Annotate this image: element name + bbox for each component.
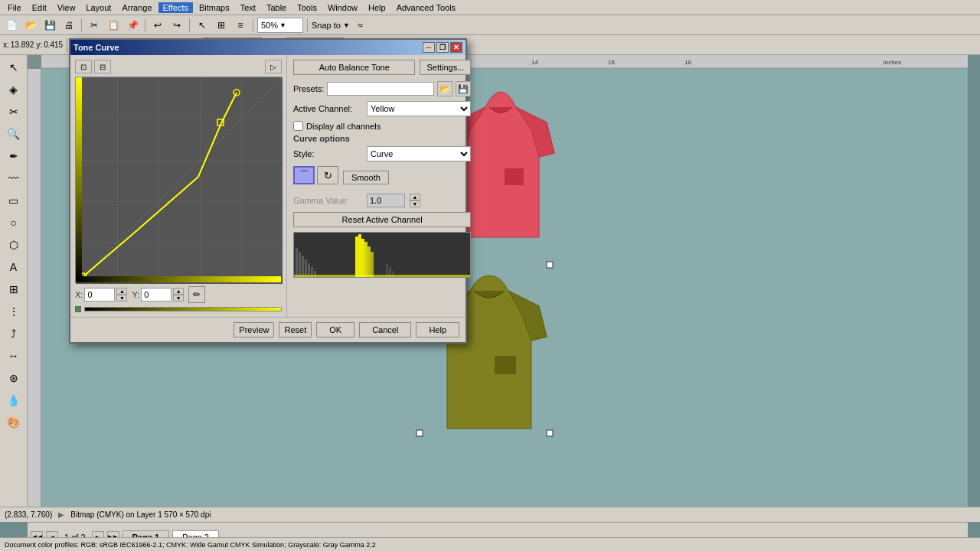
zoom-tool[interactable]: 🔍: [3, 123, 24, 145]
dialog-titlebar: Tone Curve ─ ❐ ✕: [70, 40, 466, 55]
sep5: [307, 18, 308, 32]
open-button[interactable]: 📂: [22, 17, 39, 34]
help-button[interactable]: Help: [416, 322, 459, 337]
rectangle-tool[interactable]: ▭: [3, 190, 24, 211]
interactive-tool[interactable]: ⊛: [3, 367, 24, 389]
x-up[interactable]: ▲: [116, 288, 127, 295]
histogram: [293, 232, 471, 278]
snap-dropdown-icon[interactable]: ▼: [343, 21, 350, 29]
curve-expand-button[interactable]: ▷: [265, 60, 282, 73]
y-down[interactable]: ▼: [173, 295, 184, 302]
redo-button[interactable]: ↪: [168, 17, 185, 34]
shape-tool[interactable]: ◈: [3, 79, 24, 100]
bitmap-info: Bitmap (CMYK) on Layer 1 570 × 570 dpi: [70, 510, 975, 519]
undo-button[interactable]: ↩: [149, 17, 166, 34]
paste-button[interactable]: 📌: [124, 17, 141, 34]
svg-rect-16: [547, 430, 553, 436]
cancel-button[interactable]: Cancel: [359, 322, 411, 337]
menu-layout[interactable]: Layout: [81, 2, 116, 13]
node-controls-row: ⌒ ↻ Smooth: [293, 166, 471, 189]
freehand-tool[interactable]: ✒: [3, 145, 24, 167]
menu-advanced[interactable]: Advanced Tools: [392, 2, 460, 13]
svg-rect-23: [294, 233, 470, 278]
select-button[interactable]: ↖: [194, 17, 211, 34]
dialog-close-button[interactable]: ✕: [450, 42, 462, 53]
menu-help[interactable]: Help: [364, 2, 390, 13]
node-cusp-button[interactable]: ⌒: [293, 166, 315, 184]
crop-tool[interactable]: ✂: [3, 101, 24, 122]
text-tool[interactable]: A: [3, 256, 24, 278]
play-button[interactable]: ▶: [58, 510, 64, 519]
ellipse-tool[interactable]: ○: [3, 212, 24, 233]
svg-text:18: 18: [684, 59, 691, 66]
auto-balance-button[interactable]: Auto Balance Tone: [293, 60, 415, 75]
snap-control: Snap to ▼: [312, 21, 350, 30]
align-button[interactable]: ≡: [232, 17, 249, 34]
copy-button[interactable]: 📋: [105, 17, 122, 34]
y-input[interactable]: [141, 288, 172, 302]
style-select[interactable]: Curve Linear Gamma: [367, 146, 471, 161]
eyedropper-tool[interactable]: 💧: [3, 390, 24, 411]
tone-curve-dialog[interactable]: Tone Curve ─ ❐ ✕ ⊡ ⊟ ▷: [69, 38, 467, 344]
table-tool[interactable]: ⊞: [3, 279, 24, 300]
snap-settings[interactable]: ≈: [352, 17, 369, 34]
connector-tool[interactable]: ⤴: [3, 323, 24, 344]
fill-tool[interactable]: 🎨: [3, 412, 24, 433]
menu-arrange[interactable]: Arrange: [117, 2, 156, 13]
presets-input[interactable]: [327, 82, 434, 96]
dialog-minimize-button[interactable]: ─: [423, 42, 435, 53]
dialog-restore-button[interactable]: ❐: [436, 42, 449, 53]
active-channel-select[interactable]: CMYK Cyan Magenta Yellow Black: [367, 101, 471, 116]
x-down[interactable]: ▼: [116, 295, 127, 302]
menu-bitmaps[interactable]: Bitmaps: [194, 2, 234, 13]
menu-effects[interactable]: Effects: [158, 2, 193, 13]
menu-table[interactable]: Table: [262, 2, 291, 13]
svg-rect-14: [547, 262, 553, 268]
menu-tools[interactable]: Tools: [292, 2, 322, 13]
menu-edit[interactable]: Edit: [28, 2, 51, 13]
reset-button[interactable]: Reset: [279, 322, 312, 337]
presets-save-button[interactable]: 💾: [456, 81, 471, 96]
node-smooth-toggle-button[interactable]: ↻: [317, 166, 338, 184]
reset-active-button[interactable]: Reset Active Channel: [293, 212, 471, 227]
ok-button[interactable]: OK: [316, 322, 354, 337]
menu-text[interactable]: Text: [236, 2, 260, 13]
color-indicator: [75, 306, 81, 312]
menu-window[interactable]: Window: [323, 2, 362, 13]
active-channel-row: Active Channel: CMYK Cyan Magenta Yellow…: [293, 101, 471, 116]
svg-rect-12: [495, 356, 516, 374]
measure-tool[interactable]: ↔: [3, 345, 24, 367]
menu-file[interactable]: File: [3, 2, 26, 13]
x-input-group: X: ▲ ▼: [75, 288, 127, 302]
y-spinner: ▲ ▼: [173, 288, 184, 302]
zoom-dropdown-icon[interactable]: ▼: [279, 21, 286, 29]
presets-load-button[interactable]: 📂: [437, 81, 452, 96]
svg-point-20: [234, 90, 240, 96]
smartdraw-tool[interactable]: 〰: [3, 168, 24, 189]
parallel-tool[interactable]: ⋮: [3, 301, 24, 322]
sep3: [189, 18, 190, 32]
presets-label: Presets:: [293, 84, 324, 93]
svg-text:16: 16: [608, 59, 615, 66]
preview-button[interactable]: Preview: [234, 322, 274, 337]
y-up[interactable]: ▲: [173, 288, 184, 295]
save-button[interactable]: 💾: [41, 17, 58, 34]
settings-button[interactable]: Settings...: [420, 60, 471, 75]
display-all-checkbox[interactable]: [293, 121, 303, 131]
xy-controls: X: ▲ ▼ Y: ▲ ▼: [75, 286, 282, 303]
transform-button[interactable]: ⊞: [213, 17, 230, 34]
smooth-button[interactable]: Smooth: [343, 171, 389, 184]
polygon-tool[interactable]: ⬡: [3, 234, 24, 256]
x-input[interactable]: [84, 288, 115, 302]
curve-view-btn1[interactable]: ⊡: [75, 60, 92, 73]
pointer-tool[interactable]: ↖: [3, 57, 24, 78]
curve-view-btn2[interactable]: ⊟: [94, 60, 111, 73]
cut-button[interactable]: ✂: [86, 17, 103, 34]
menu-view[interactable]: View: [53, 2, 80, 13]
eyedropper-curve-button[interactable]: ✏: [188, 286, 205, 303]
new-button[interactable]: 📄: [3, 17, 20, 34]
zoom-field[interactable]: 50% ▼: [257, 18, 303, 33]
statusbar: (2.833, 7.760) ▶ Bitmap (CMYK) on Layer …: [0, 507, 980, 522]
print-button[interactable]: 🖨: [60, 17, 77, 34]
curve-canvas[interactable]: [75, 77, 282, 283]
